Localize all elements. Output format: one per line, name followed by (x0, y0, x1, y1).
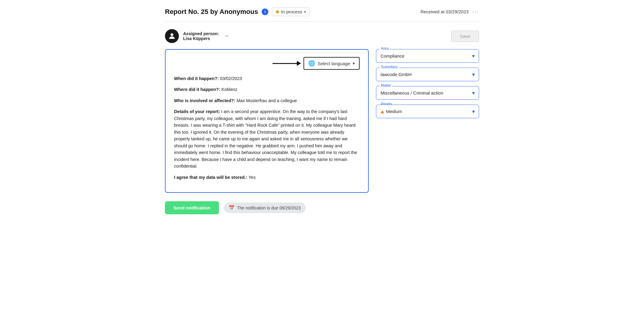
assigned-left: Assigned person: Lisa Küppers ✏ (165, 29, 229, 43)
report-title: Report No. 25 by Anonymous (165, 8, 258, 16)
assigned-name: Lisa Küppers (183, 36, 219, 41)
priority-select-wrapper: Medium ▲ ▾ (376, 105, 479, 118)
language-placeholder: Select language (317, 61, 350, 66)
report-card: 🌐 Select language ▾ When did it happen?:… (165, 49, 369, 193)
details-label: Details of your report: (174, 109, 220, 114)
details-value: I am a second year apprentice. On the wa… (174, 109, 357, 169)
matter-dropdown-group: Matter Miscellaneous / Criminal action ▾ (376, 86, 479, 100)
sidebar: Area Compliance ▾ Subsidiary lawcode Gmb… (376, 49, 479, 118)
area-dropdown-group: Area Compliance ▾ (376, 49, 479, 63)
area-label: Area (380, 46, 390, 51)
when-value: 03/02/2023 (220, 76, 242, 81)
where-field: Where did it happen?: Koblenz (174, 86, 360, 93)
assigned-row: Assigned person: Lisa Küppers ✏ Save (165, 29, 479, 43)
when-field: When did it happen?: 03/02/2023 (174, 75, 360, 82)
header-right: Received at 03/29/2023 ··· (421, 8, 479, 15)
arrow-head (297, 61, 301, 66)
matter-label: Matter (380, 83, 392, 88)
lang-chevron-icon: ▾ (353, 61, 355, 66)
due-text: The notification is due 06/29/2023 (237, 206, 301, 210)
status-badge[interactable]: In process ▾ (272, 7, 310, 16)
header-left: Report No. 25 by Anonymous i In process … (165, 7, 310, 16)
subsidiary-select[interactable]: lawcode GmbH (376, 68, 479, 81)
subsidiary-dropdown-group: Subsidiary lawcode GmbH ▾ (376, 68, 479, 81)
main-layout: 🌐 Select language ▾ When did it happen?:… (165, 49, 479, 193)
where-label: Where did it happen?: (174, 87, 220, 92)
subsidiary-label: Subsidiary (380, 65, 399, 69)
who-value: Max Musterfrau and a collegue (236, 98, 297, 103)
area-select[interactable]: Compliance (376, 49, 479, 63)
info-icon[interactable]: i (262, 8, 268, 15)
language-select[interactable]: 🌐 Select language ▾ (304, 57, 360, 70)
agree-value: Yes (249, 175, 256, 180)
save-button[interactable]: Save (451, 31, 479, 42)
who-label: Who is involved or affected?: (174, 98, 235, 103)
chevron-down-icon: ▾ (304, 10, 306, 14)
assigned-label: Assigned person: (183, 31, 219, 36)
more-options-icon[interactable]: ··· (472, 8, 479, 15)
assigned-info: Assigned person: Lisa Küppers (183, 31, 219, 41)
due-badge: 📅 The notification is due 06/29/2023 (224, 202, 306, 213)
when-label: When did it happen?: (174, 76, 219, 81)
status-label: In process (281, 9, 302, 14)
matter-select[interactable]: Miscellaneous / Criminal action (376, 86, 479, 100)
language-row: 🌐 Select language ▾ (174, 57, 360, 70)
agree-field: I agree that my data will be stored.: Ye… (174, 174, 360, 181)
svg-point-0 (170, 33, 173, 36)
priority-dropdown-group: Priority Medium ▲ ▾ (376, 105, 479, 118)
page-header: Report No. 25 by Anonymous i In process … (165, 7, 479, 22)
globe-icon: 🌐 (308, 60, 315, 67)
priority-select[interactable]: Medium (376, 105, 479, 118)
where-value: Koblenz (221, 87, 237, 92)
arrow-wrapper (273, 57, 301, 70)
details-field: Details of your report: I am a second ye… (174, 108, 360, 169)
calendar-icon: 📅 (229, 205, 235, 211)
status-dot (276, 10, 279, 13)
arrow-line (273, 63, 297, 64)
edit-icon[interactable]: ✏ (225, 33, 229, 39)
received-label: Received at 03/29/2023 (421, 9, 468, 14)
send-notification-button[interactable]: Send notification (165, 201, 219, 214)
who-field: Who is involved or affected?: Max Muster… (174, 97, 360, 104)
agree-label: I agree that my data will be stored.: (174, 175, 247, 180)
bottom-bar: Send notification 📅 The notification is … (165, 201, 479, 214)
avatar (165, 29, 179, 43)
